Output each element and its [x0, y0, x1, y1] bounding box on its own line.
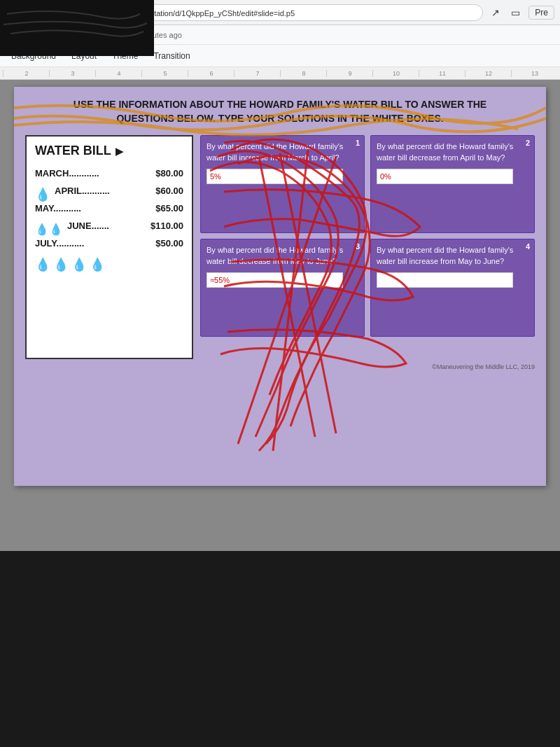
drop1: 💧 [35, 257, 50, 272]
slide-area: USE THE INFORMATION ABOUT THE HOWARD FAM… [0, 80, 560, 556]
ruler-mark: 6 [188, 70, 234, 77]
answer-prefilled-2: 0% [380, 172, 391, 181]
answer-prefilled-3: ≈55% [210, 276, 230, 284]
question-number-4: 4 [526, 242, 530, 251]
slide-title: USE THE INFORMATION ABOUT THE HOWARD FAM… [25, 98, 535, 125]
question-text-4: By what percent did the Howard family's … [377, 245, 528, 267]
ruler-mark: 5 [141, 70, 188, 77]
transition-button[interactable]: Transition [148, 49, 195, 63]
march-label: MARCH............ [35, 168, 99, 179]
slide-title-line1: USE THE INFORMATION ABOUT THE HOWARD FAM… [25, 98, 535, 112]
cursor-icon: ▶ [115, 146, 123, 157]
drop4: 💧 [90, 257, 105, 272]
ruler-mark: 4 [95, 70, 141, 77]
drop-april: 💧 [35, 187, 50, 202]
question-number-2: 2 [526, 139, 530, 147]
ruler-mark: 2 [3, 70, 49, 77]
bill-row-july: JULY........... $50.00 [35, 238, 183, 249]
june-label: JUNE....... [67, 221, 109, 231]
answer-box-2[interactable]: 0% [377, 169, 513, 184]
slide-content: WATER BILL ▶ MARCH............ $80.00 💧 … [25, 135, 535, 359]
may-label: MAY........... [35, 203, 81, 214]
slide-title-line2: QUESTIONS BELOW. TYPE YOUR SOLUTIONS IN … [25, 112, 535, 126]
question-card-1: 1 By what percent did the Howard family'… [200, 135, 365, 233]
june-amount: $110.00 [150, 221, 183, 231]
bottom-dark-area [0, 551, 560, 747]
question-number-3: 3 [356, 242, 360, 251]
copyright-text: ©Maneuvering the Middle LLC, 2019 [25, 363, 535, 370]
questions-grid: 1 By what percent did the Howard family'… [200, 135, 535, 337]
water-drops-decoration: 💧 💧 💧 💧 [35, 257, 183, 272]
present-icon[interactable]: ↗ [489, 6, 503, 20]
water-bill-title: WATER BILL ▶ [35, 144, 183, 158]
question-text-2: By what percent did the Howard family's … [377, 141, 528, 163]
drop2: 💧 [53, 257, 69, 272]
answer-box-4[interactable] [377, 272, 513, 288]
question-card-4: 4 By what percent did the Howard family'… [370, 239, 535, 337]
answer-box-1[interactable]: 5% [206, 169, 343, 184]
question-text-1: By what percent did the Howard family's … [206, 141, 358, 163]
bill-row-may: MAY........... $65.00 [35, 203, 183, 214]
question-text-3: By what percent did the Howard family's … [206, 245, 358, 267]
march-amount: $80.00 [155, 168, 183, 179]
ruler: 2 3 4 5 6 7 8 9 10 11 12 13 [0, 67, 560, 80]
water-bill-label: WATER BILL [35, 144, 111, 158]
monitor-icon[interactable]: ▭ [508, 6, 523, 20]
ruler-mark: 10 [372, 70, 419, 77]
bill-row-march: MARCH............ $80.00 [35, 168, 183, 179]
july-amount: $50.00 [155, 238, 183, 249]
question-card-2: 2 By what percent did the Howard family'… [370, 135, 535, 233]
ruler-mark: 8 [280, 70, 326, 77]
ruler-mark: 13 [511, 70, 557, 77]
ruler-mark: 3 [49, 70, 95, 77]
july-label: JULY........... [35, 238, 84, 249]
ruler-mark: 11 [419, 70, 465, 77]
april-label: APRIL........... [55, 186, 110, 196]
water-bill-box: WATER BILL ▶ MARCH............ $80.00 💧 … [25, 135, 193, 359]
question-card-3: 3 By what percent did the Howard family'… [200, 239, 365, 337]
drop3: 💧 [71, 257, 87, 272]
top-black-overlay [0, 0, 154, 56]
slide: USE THE INFORMATION ABOUT THE HOWARD FAM… [14, 87, 546, 486]
april-amount: $60.00 [155, 186, 183, 196]
ruler-mark: 7 [234, 70, 280, 77]
answer-box-3[interactable]: ≈55% [206, 272, 343, 288]
pre-button[interactable]: Pre [528, 6, 554, 20]
ruler-mark: 9 [326, 70, 372, 77]
ruler-mark: 12 [465, 70, 511, 77]
may-amount: $65.00 [155, 203, 183, 214]
drops-june: 💧💧 [35, 223, 63, 236]
top-black-scribble [0, 0, 154, 56]
question-number-1: 1 [356, 139, 360, 147]
answer-prefilled-1: 5% [210, 172, 221, 181]
bill-row-june: JUNE....... $110.00 [67, 221, 183, 231]
bill-row-april: APRIL........... $60.00 [55, 186, 183, 196]
